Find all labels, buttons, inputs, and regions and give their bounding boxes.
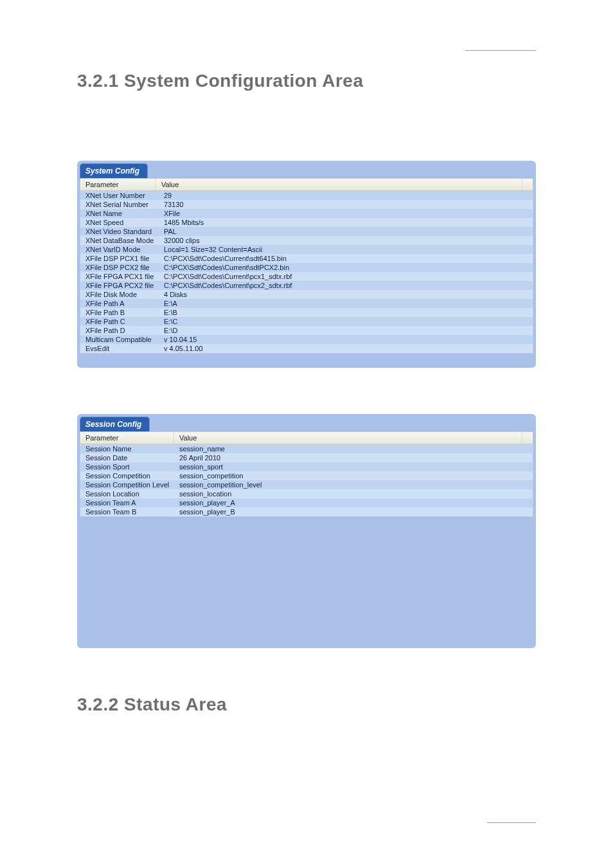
table-row[interactable]: Session Date26 April 2010: [80, 453, 533, 462]
cell-value: C:\PCX\Sdt\Codes\Current\sdtPCX2.bin: [159, 263, 533, 272]
table-row[interactable]: XFile Path AE:\A: [80, 299, 533, 308]
table-row[interactable]: Multicam Compatiblev 10.04.15: [80, 335, 533, 344]
heading-system-config: 3.2.1 System Configuration Area: [77, 71, 536, 91]
cell-value: session_competition: [174, 471, 533, 480]
cell-parameter: XFile DSP PCX1 file: [80, 254, 159, 263]
table-row[interactable]: XNet DataBase Mode32000 clips: [80, 236, 533, 245]
column-header-value[interactable]: Value: [174, 432, 522, 444]
column-header-parameter[interactable]: Parameter: [80, 432, 174, 444]
table-row[interactable]: XNet User Number29: [80, 191, 533, 200]
cell-value: 32000 clips: [159, 236, 533, 245]
session-config-panel: Session Config Parameter Value Session N…: [77, 414, 536, 648]
cell-value: PAL: [159, 227, 533, 236]
cell-value: 73130: [159, 200, 533, 209]
cell-parameter: Session Date: [80, 453, 174, 462]
cell-parameter: XNet Serial Number: [80, 200, 159, 209]
cell-parameter: Session Competition Level: [80, 480, 174, 489]
table-row[interactable]: Session Locationsession_location: [80, 489, 533, 498]
footer-rule: [487, 822, 536, 823]
cell-value: session_sport: [174, 462, 533, 471]
cell-parameter: Session Location: [80, 489, 174, 498]
cell-value: Local=1 Size=32 Content=Ascii: [159, 245, 533, 254]
column-header-end: [522, 432, 533, 444]
panel-footer-space: [80, 354, 533, 365]
cell-parameter: Multicam Compatible: [80, 335, 159, 344]
table-row[interactable]: Session Team Bsession_player_B: [80, 507, 533, 516]
cell-parameter: XNet Name: [80, 209, 159, 218]
column-header-value[interactable]: Value: [156, 179, 522, 190]
cell-parameter: XFile Path A: [80, 299, 159, 308]
system-config-tab[interactable]: System Config: [80, 163, 148, 178]
table-row[interactable]: XFile Path BE:\B: [80, 308, 533, 317]
table-row[interactable]: Session Team Asession_player_A: [80, 498, 533, 507]
table-row[interactable]: XFile Path DE:\D: [80, 326, 533, 335]
heading-status-area: 3.2.2 Status Area: [77, 694, 536, 715]
cell-value: E:\A: [159, 299, 533, 308]
table-row[interactable]: XFile FPGA PCX2 fileC:\PCX\Sdt\Codes\Cur…: [80, 281, 533, 290]
table-row[interactable]: XNet Speed1485 Mbits/s: [80, 218, 533, 227]
cell-value: E:\B: [159, 308, 533, 317]
system-config-panel: System Config Parameter Value XNet User …: [77, 161, 536, 368]
header-rule: [465, 50, 536, 51]
cell-value: session_name: [174, 444, 533, 453]
cell-parameter: XFile Path C: [80, 317, 159, 326]
table-row[interactable]: XFile DSP PCX1 fileC:\PCX\Sdt\Codes\Curr…: [80, 254, 533, 263]
table-row[interactable]: Session Sportsession_sport: [80, 462, 533, 471]
table-row[interactable]: XFile FPGA PCX1 fileC:\PCX\Sdt\Codes\Cur…: [80, 272, 533, 281]
cell-value: session_player_A: [174, 498, 533, 507]
session-config-tab[interactable]: Session Config: [80, 417, 150, 431]
cell-parameter: Session Team B: [80, 507, 174, 516]
table-row[interactable]: XNet VarID ModeLocal=1 Size=32 Content=A…: [80, 245, 533, 254]
cell-value: C:\PCX\Sdt\Codes\Current\sdt6415.bin: [159, 254, 533, 263]
cell-value: v 10.04.15: [159, 335, 533, 344]
cell-parameter: XNet User Number: [80, 191, 159, 200]
cell-parameter: XFile Path B: [80, 308, 159, 317]
cell-parameter: XNet DataBase Mode: [80, 236, 159, 245]
cell-parameter: EvsEdit: [80, 344, 159, 353]
cell-parameter: XFile FPGA PCX2 file: [80, 281, 159, 290]
page: 3.2.1 System Configuration Area System C…: [0, 0, 613, 868]
cell-value: session_competition_level: [174, 480, 533, 489]
table-row[interactable]: Session Namesession_name: [80, 444, 533, 453]
cell-parameter: XFile FPGA PCX1 file: [80, 272, 159, 281]
cell-parameter: Session Team A: [80, 498, 174, 507]
table-row[interactable]: XFile DSP PCX2 fileC:\PCX\Sdt\Codes\Curr…: [80, 263, 533, 272]
cell-parameter: XFile Disk Mode: [80, 290, 159, 299]
spacer: [77, 111, 536, 161]
table-row[interactable]: Session Competition Levelsession_competi…: [80, 480, 533, 489]
column-header-end: [522, 179, 533, 190]
cell-parameter: Session Competition: [80, 471, 174, 480]
table-row[interactable]: XFile Path CE:\C: [80, 317, 533, 326]
cell-value: v 4.05.11.00: [159, 344, 533, 353]
table-row[interactable]: XFile Disk Mode4 Disks: [80, 290, 533, 299]
spacer: [77, 377, 536, 414]
table-row[interactable]: XNet NameXFile: [80, 209, 533, 218]
system-rows: XNet User Number29XNet Serial Number7313…: [80, 191, 533, 354]
table-row[interactable]: XNet Serial Number73130: [80, 200, 533, 209]
spacer: [77, 657, 536, 694]
cell-value: E:\D: [159, 326, 533, 335]
cell-parameter: XFile Path D: [80, 326, 159, 335]
cell-parameter: Session Sport: [80, 462, 174, 471]
session-rows: Session Namesession_nameSession Date26 A…: [80, 444, 533, 517]
cell-value: session_location: [174, 489, 533, 498]
cell-parameter: XNet Speed: [80, 218, 159, 227]
cell-value: 4 Disks: [159, 290, 533, 299]
cell-value: C:\PCX\Sdt\Codes\Current\pcx2_sdtx.rbf: [159, 281, 533, 290]
cell-value: E:\C: [159, 317, 533, 326]
table-row[interactable]: XNet Video StandardPAL: [80, 227, 533, 236]
session-grid-header: Parameter Value: [80, 431, 533, 444]
column-header-parameter[interactable]: Parameter: [80, 179, 156, 190]
system-grid-header: Parameter Value: [80, 178, 533, 191]
cell-value: 1485 Mbits/s: [159, 218, 533, 227]
cell-value: 26 April 2010: [174, 453, 533, 462]
panel-footer-space: [80, 517, 533, 646]
table-row[interactable]: Session Competitionsession_competition: [80, 471, 533, 480]
cell-value: C:\PCX\Sdt\Codes\Current\pcx1_sdtx.rbf: [159, 272, 533, 281]
cell-parameter: XFile DSP PCX2 file: [80, 263, 159, 272]
cell-value: 29: [159, 191, 533, 200]
cell-parameter: XNet VarID Mode: [80, 245, 159, 254]
table-row[interactable]: EvsEditv 4.05.11.00: [80, 344, 533, 353]
cell-value: XFile: [159, 209, 533, 218]
cell-parameter: Session Name: [80, 444, 174, 453]
